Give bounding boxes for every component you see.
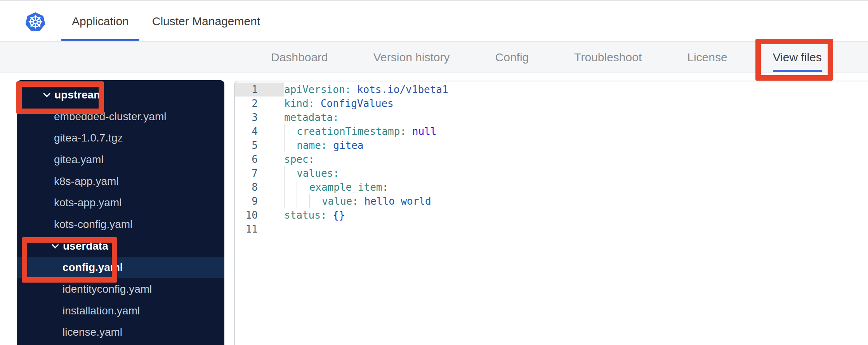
tree-item-installation-yaml[interactable]: installation.yaml: [17, 300, 224, 322]
code-line[interactable]: 7 values:: [235, 166, 868, 180]
line-number: 8: [235, 180, 284, 194]
code-text: value: hello world: [284, 194, 431, 208]
token: ConfigValues: [321, 98, 394, 109]
code-text: spec:: [284, 152, 314, 166]
nav-item-troubleshoot[interactable]: Troubleshoot: [574, 42, 642, 72]
code-text: name: gitea: [284, 138, 364, 152]
line-number: 4: [235, 124, 284, 138]
code-line[interactable]: 9 value: hello world: [235, 194, 868, 208]
token: [351, 84, 357, 95]
code-text: example_item:: [284, 180, 388, 194]
line-number: 10: [235, 208, 284, 222]
indent-guide: [297, 180, 309, 194]
token: [327, 140, 333, 151]
tree-item-kots-config-yaml[interactable]: kots-config.yaml: [17, 214, 224, 235]
code-line[interactable]: 8 example_item:: [235, 180, 868, 194]
token: [314, 98, 321, 109]
kots-admin-console: ☸ ApplicationCluster Management Dashboar…: [0, 0, 868, 345]
code-line[interactable]: 1apiVersion: kots.io/v1beta1: [235, 83, 868, 97]
tab-application[interactable]: Application: [72, 1, 129, 41]
file-label: config.yaml: [62, 261, 123, 274]
code-text: values:: [284, 166, 339, 180]
file-label: gitea.yaml: [54, 154, 104, 166]
top-tab-bar: ApplicationCluster Management: [72, 1, 260, 41]
file-label: license.yaml: [62, 326, 122, 338]
line-number: 9: [235, 194, 284, 208]
code-line[interactable]: 4 creationTimestamp: null: [235, 124, 868, 138]
token: example_item:: [309, 181, 389, 193]
code-text: creationTimestamp: null: [284, 124, 436, 138]
indent-guide: [284, 138, 297, 152]
token: [327, 209, 333, 221]
tree-item-userdata[interactable]: userdata: [17, 235, 224, 257]
file-label: gitea-1.0.7.tgz: [54, 132, 123, 144]
indent-guide: [284, 124, 297, 138]
token: gitea: [333, 140, 363, 151]
code-line[interactable]: 5 name: gitea: [235, 138, 868, 152]
tab-cluster-management[interactable]: Cluster Management: [152, 1, 260, 41]
tree-item-k8s-app-yaml[interactable]: k8s-app.yaml: [17, 171, 224, 192]
token: value:: [322, 195, 358, 207]
nav-item-license[interactable]: License: [687, 42, 727, 72]
line-number: 11: [235, 222, 284, 236]
line-number: 6: [235, 152, 284, 166]
code-text: apiVersion: kots.io/v1beta1: [284, 83, 448, 97]
app-nav-bar: DashboardVersion historyConfigTroublesho…: [0, 42, 868, 72]
line-number: 7: [235, 166, 284, 180]
indent-guide: [284, 194, 297, 208]
indent-guide: [284, 166, 297, 180]
tree-item-embedded-cluster-yaml[interactable]: embedded-cluster.yaml: [17, 106, 224, 128]
code-text: metadata:: [284, 110, 339, 124]
code-text: kind: ConfigValues: [284, 97, 394, 110]
code-line[interactable]: 6spec:: [235, 152, 868, 166]
nav-item-view-files[interactable]: View files: [773, 42, 822, 72]
token: [406, 126, 412, 137]
folder-label: userdata: [63, 240, 108, 252]
tree-item-config-yaml[interactable]: config.yaml: [17, 257, 224, 279]
kubernetes-logo-icon: ☸: [24, 11, 47, 33]
token: spec:: [284, 154, 314, 165]
token: [358, 195, 365, 207]
token: apiVersion:: [284, 84, 351, 95]
file-label: embedded-cluster.yaml: [54, 110, 166, 123]
tree-item-license-yaml[interactable]: license.yaml: [17, 322, 224, 343]
tree-item-kots-app-yaml[interactable]: kots-app.yaml: [17, 192, 224, 214]
nav-item-dashboard[interactable]: Dashboard: [271, 42, 328, 72]
indent-guide: [309, 194, 322, 208]
tree-item-gitea-1-0-7-tgz[interactable]: gitea-1.0.7.tgz: [17, 127, 224, 149]
tree-item-identityconfig-yaml[interactable]: identityconfig.yaml: [17, 278, 224, 300]
code-line[interactable]: 10status: {}: [235, 208, 868, 222]
folder-label: upstream: [54, 89, 103, 101]
nav-item-version-history[interactable]: Version history: [373, 42, 450, 72]
tree-item-upstream[interactable]: upstream: [17, 84, 224, 106]
file-tree-panel: upstreamembedded-cluster.yamlgitea-1.0.7…: [17, 80, 224, 345]
token: kots.io/v1beta1: [357, 84, 448, 95]
chevron-down-icon: [52, 242, 59, 248]
token: metadata:: [284, 112, 339, 123]
token: hello world: [365, 195, 431, 207]
token: kind:: [284, 98, 314, 109]
code-line[interactable]: 3metadata:: [235, 110, 868, 124]
file-label: kots-app.yaml: [54, 197, 122, 209]
code-text: status: {}: [284, 208, 345, 222]
token: status:: [284, 209, 327, 221]
token: null: [412, 126, 437, 137]
file-label: k8s-app.yaml: [54, 175, 119, 188]
ship-wheel-glyph: ☸: [27, 13, 43, 31]
line-number: 2: [235, 97, 284, 110]
line-number: 5: [235, 138, 284, 152]
top-bar: ☸ ApplicationCluster Management: [0, 0, 868, 41]
line-number: 1: [235, 83, 284, 97]
indent-guide: [284, 180, 297, 194]
nav-item-config[interactable]: Config: [495, 42, 529, 72]
code-line[interactable]: 11: [235, 222, 868, 236]
code-line[interactable]: 2kind: ConfigValues: [235, 97, 868, 110]
file-label: identityconfig.yaml: [62, 283, 152, 295]
yaml-file-viewer[interactable]: 1apiVersion: kots.io/v1beta12kind: Confi…: [234, 81, 868, 345]
token: name:: [297, 140, 327, 151]
token: {}: [333, 209, 345, 221]
chevron-down-icon: [43, 90, 50, 97]
file-label: kots-config.yaml: [54, 218, 132, 231]
token: creationTimestamp:: [297, 126, 406, 137]
tree-item-gitea-yaml[interactable]: gitea.yaml: [17, 149, 224, 171]
